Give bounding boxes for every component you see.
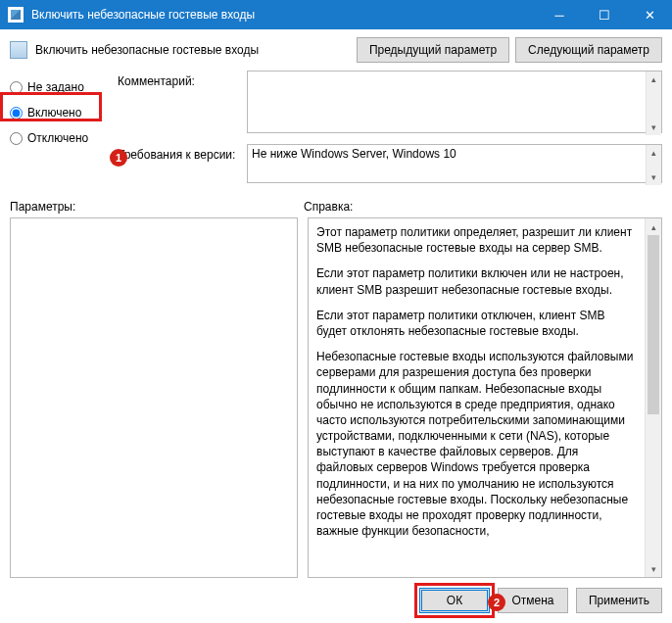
help-p1: Этот параметр политики определяет, разре… [316,224,637,256]
scroll-up-icon[interactable]: ▴ [647,145,661,161]
parameters-label: Параметры: [10,200,304,214]
header-row: Включить небезопасные гостевые входы Пре… [10,37,662,63]
comment-scrollbar[interactable]: ▴ ▾ [646,72,661,135]
scroll-down-icon[interactable]: ▾ [646,560,661,577]
help-p3: Если этот параметр политики отключен, кл… [316,308,637,339]
help-p2: Если этот параметр политики включен или … [316,265,637,297]
radio-enabled[interactable]: Включено [10,100,106,125]
config-row: Не задано Включено Отключено Комментарий… [10,71,662,186]
version-row: Требования к версии: ▴ ▾ [118,144,662,186]
radio-disabled-label: Отключено [27,131,88,145]
scroll-track[interactable] [646,235,661,560]
header-left: Включить небезопасные гостевые входы [10,37,347,59]
policy-icon [10,41,27,59]
help-scrollbar[interactable]: ▴ ▾ [645,218,661,577]
ok-button[interactable]: ОК [419,588,490,613]
fields-column: Комментарий: ▴ ▾ Требования к версии: ▴ … [118,71,662,186]
callout-1: 1 [110,149,127,167]
policy-window-icon [8,7,24,23]
help-text: Этот параметр политики определяет, разре… [309,218,645,577]
middle-panels: Этот параметр политики определяет, разре… [10,217,662,578]
help-label: Справка: [304,200,662,214]
previous-setting-button[interactable]: Предыдущий параметр [357,37,509,63]
titlebar-buttons: ─ ☐ ✕ [537,0,672,29]
comment-wrap: ▴ ▾ [247,71,662,136]
help-p4: Небезопасные гостевые входы используются… [316,349,637,539]
radio-enabled-input[interactable] [10,107,23,120]
radio-not-configured-input[interactable] [10,81,23,94]
radio-not-configured[interactable]: Не задано [10,74,106,100]
version-wrap: ▴ ▾ [247,144,662,186]
callout-2: 2 [488,594,505,611]
titlebar: Включить небезопасные гостевые входы ─ ☐… [0,0,672,29]
radio-column: Не задано Включено Отключено [10,71,106,186]
close-button[interactable]: ✕ [627,0,672,29]
scroll-up-icon[interactable]: ▴ [646,218,661,235]
parameters-panel [10,217,298,578]
scroll-thumb[interactable] [648,235,659,414]
version-label: Требования к версии: [118,144,237,186]
version-textarea [247,144,662,183]
comment-textarea[interactable] [247,71,662,133]
version-scrollbar[interactable]: ▴ ▾ [646,145,661,185]
radio-not-configured-label: Не задано [27,80,84,94]
nav-buttons: Предыдущий параметр Следующий параметр [357,37,662,63]
window-title: Включить небезопасные гостевые входы [31,8,537,22]
policy-title: Включить небезопасные гостевые входы [35,43,259,57]
scroll-down-icon[interactable]: ▾ [647,120,661,135]
minimize-button[interactable]: ─ [537,0,582,29]
help-panel: Этот параметр политики определяет, разре… [308,217,662,578]
footer-buttons: ОК Отмена Применить [10,578,662,613]
next-setting-button[interactable]: Следующий параметр [515,37,662,63]
comment-row: Комментарий: ▴ ▾ [118,71,662,136]
cancel-button[interactable]: Отмена [498,588,568,613]
scroll-down-icon[interactable]: ▾ [647,169,661,185]
comment-label: Комментарий: [118,71,237,136]
radio-enabled-label: Включено [27,106,81,120]
ok-button-wrap: ОК [419,588,490,613]
content-area: Включить небезопасные гостевые входы Пре… [0,29,672,623]
radio-disabled[interactable]: Отключено [10,125,106,151]
scroll-up-icon[interactable]: ▴ [647,72,661,87]
section-labels: Параметры: Справка: [10,200,662,214]
maximize-button[interactable]: ☐ [582,0,627,29]
apply-button[interactable]: Применить [576,588,662,613]
radio-disabled-input[interactable] [10,132,23,145]
